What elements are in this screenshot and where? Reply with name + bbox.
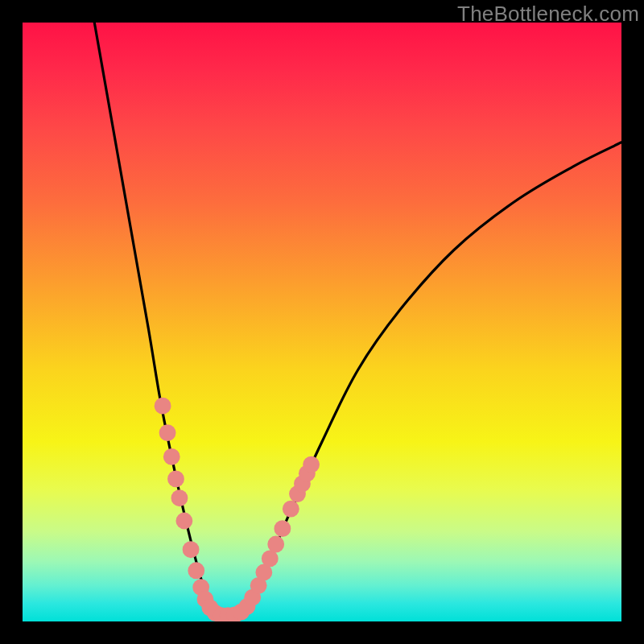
data-marker: [192, 579, 209, 596]
data-marker: [188, 562, 204, 579]
data-marker: [239, 598, 256, 615]
data-marker: [289, 485, 306, 502]
data-marker: [197, 591, 214, 608]
data-marker: [250, 577, 267, 594]
data-marker: [255, 564, 272, 581]
data-marker: [155, 398, 171, 415]
data-marker: [201, 599, 218, 616]
chart-frame: TheBottleneck.com: [0, 0, 644, 644]
marker-cluster-right: [244, 456, 320, 606]
data-marker: [233, 604, 250, 621]
data-marker: [226, 606, 243, 621]
data-marker: [283, 501, 299, 518]
chart-plot-area: [23, 23, 621, 621]
data-marker: [207, 605, 224, 621]
data-marker: [299, 465, 316, 482]
data-marker: [213, 607, 230, 621]
data-marker: [175, 513, 192, 530]
data-marker: [274, 520, 291, 537]
data-marker: [167, 471, 184, 488]
data-marker: [267, 536, 284, 553]
data-marker: [303, 456, 320, 473]
data-marker: [183, 541, 200, 558]
data-marker: [163, 448, 180, 465]
data-marker: [159, 424, 176, 441]
data-marker: [262, 550, 279, 567]
bottleneck-curve-path: [94, 23, 621, 617]
marker-cluster-bottom: [213, 598, 256, 621]
data-marker: [294, 475, 311, 492]
data-marker: [220, 607, 237, 621]
bottleneck-curve-svg: [23, 23, 621, 621]
data-marker: [244, 589, 261, 606]
data-marker: [171, 489, 188, 506]
marker-cluster-left: [155, 398, 224, 621]
